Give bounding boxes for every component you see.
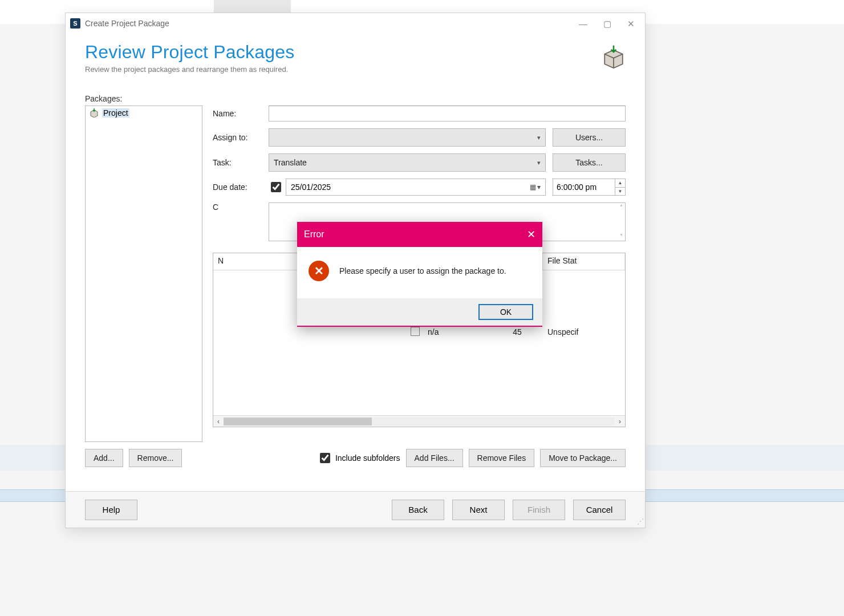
scrollbar-thumb[interactable] <box>224 418 372 425</box>
task-label: Task: <box>213 158 269 167</box>
comment-label: C <box>213 202 269 212</box>
tree-item-label: Project <box>102 108 129 117</box>
row-checkbox[interactable] <box>411 327 420 336</box>
create-project-package-window: S Create Project Package — ▢ ✕ Review Pr… <box>65 13 646 528</box>
remove-files-button[interactable]: Remove Files <box>469 449 535 467</box>
remove-package-button[interactable]: Remove... <box>129 449 182 467</box>
include-subfolders-checkbox[interactable]: Include subfolders <box>318 451 400 465</box>
add-package-button[interactable]: Add... <box>85 449 123 467</box>
task-value: Translate <box>274 158 307 167</box>
move-to-package-button[interactable]: Move to Package... <box>540 449 626 467</box>
error-ok-button[interactable]: OK <box>478 304 533 320</box>
cell-task: n/a <box>423 327 492 337</box>
help-button[interactable]: Help <box>85 500 137 520</box>
next-button[interactable]: Next <box>452 500 505 520</box>
assign-to-label: Assign to: <box>213 133 269 142</box>
close-icon[interactable]: ✕ <box>627 19 635 28</box>
back-button[interactable]: Back <box>392 500 444 520</box>
page-title: Review Project Packages <box>85 42 602 63</box>
assign-to-dropdown[interactable]: ▾ <box>269 128 546 147</box>
due-time-value: 6:00:00 pm <box>557 183 597 192</box>
spinner-up-icon[interactable]: ▲ <box>615 179 625 188</box>
scroll-up-icon[interactable]: ˄ <box>620 204 623 210</box>
error-dialog: Error ✕ ✕ Please specify a user to assig… <box>297 222 542 327</box>
table-row[interactable]: n/a45Unspecif <box>213 325 625 339</box>
name-field[interactable] <box>269 106 626 121</box>
include-subfolders-label: Include subfolders <box>335 453 400 463</box>
window-title: Create Project Package <box>85 19 579 28</box>
cell-words: 45 <box>492 327 543 337</box>
tree-item-project[interactable]: Project <box>87 108 200 118</box>
error-titlebar: Error ✕ <box>297 222 542 247</box>
app-icon: S <box>70 18 80 29</box>
col-file-status[interactable]: File Stat <box>543 253 625 270</box>
chevron-down-icon: ▾ <box>537 159 541 167</box>
cell-status: Unspecif <box>543 327 625 337</box>
packages-tree[interactable]: Project <box>85 106 202 442</box>
titlebar: S Create Project Package — ▢ ✕ <box>66 13 645 34</box>
due-date-picker[interactable]: 25/01/2025 ▦▾ <box>286 179 546 196</box>
scroll-down-icon[interactable]: ˅ <box>620 233 623 240</box>
packages-label: Packages: <box>85 94 626 103</box>
name-label: Name: <box>213 109 269 118</box>
chevron-down-icon: ▾ <box>537 183 541 191</box>
scroll-left-icon[interactable]: ‹ <box>213 418 224 425</box>
due-date-value: 25/01/2025 <box>291 183 331 192</box>
wizard-footer: Help Back Next Finish Cancel ⋰ <box>66 491 645 528</box>
tasks-button[interactable]: Tasks... <box>553 153 626 172</box>
page-subtitle: Review the project packages and rearrang… <box>85 65 602 74</box>
error-close-icon[interactable]: ✕ <box>527 228 535 241</box>
grid-horizontal-scrollbar[interactable]: ‹ › <box>213 415 625 427</box>
package-icon <box>90 108 99 117</box>
users-button[interactable]: Users... <box>553 128 626 147</box>
finish-button[interactable]: Finish <box>513 500 565 520</box>
spinner-down-icon[interactable]: ▼ <box>615 188 625 196</box>
scroll-right-icon[interactable]: › <box>615 418 625 425</box>
due-date-checkbox[interactable] <box>271 182 281 192</box>
chevron-down-icon: ▾ <box>537 134 541 141</box>
error-title: Error <box>304 229 324 240</box>
include-subfolders-input[interactable] <box>320 453 330 463</box>
due-time-spinner[interactable]: 6:00:00 pm ▲ ▼ <box>553 179 626 196</box>
resize-grip-icon[interactable]: ⋰ <box>637 517 643 525</box>
due-date-label: Due date: <box>213 183 269 192</box>
task-dropdown[interactable]: Translate ▾ <box>269 153 546 172</box>
minimize-icon[interactable]: — <box>579 19 587 28</box>
error-x-icon: ✕ <box>309 261 329 281</box>
calendar-icon: ▦ <box>530 183 536 191</box>
error-message: Please specify a user to assign the pack… <box>339 266 506 275</box>
add-files-button[interactable]: Add Files... <box>406 449 463 467</box>
maximize-icon[interactable]: ▢ <box>603 19 611 28</box>
cancel-button[interactable]: Cancel <box>573 500 626 520</box>
package-box-icon <box>602 45 626 69</box>
